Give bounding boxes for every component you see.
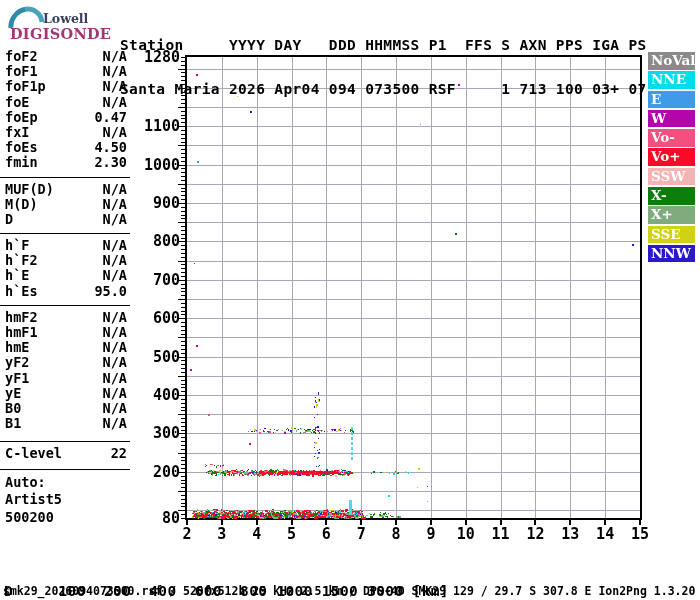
x-axis-label-11: 11 [486, 525, 516, 543]
legend-item-nne: NNE [648, 71, 695, 89]
y-axis-label-300: 300 [134, 425, 180, 441]
logo-brand-top: Lowell [43, 11, 88, 26]
param-row-fof1p: foF1pN/A [0, 79, 130, 94]
param-value: N/A [103, 371, 127, 386]
param-value: 95.0 [94, 284, 127, 299]
param-row-ye: yEN/A [0, 386, 130, 401]
footer-status-line: smk29_2026094073500.rsf / 520fx512h 25 k… [3, 584, 695, 598]
param-value: N/A [103, 49, 127, 64]
panel-divider [0, 305, 130, 306]
param-row-hmf2: hmF2N/A [0, 310, 130, 325]
param-row-foep: foEp0.47 [0, 110, 130, 125]
param-label: h`F2 [5, 253, 38, 268]
param-label: hmE [5, 340, 29, 355]
x-axis-label-7: 7 [346, 525, 376, 543]
param-label: h`F [5, 238, 29, 253]
y-axis-label-1100: 1100 [134, 118, 180, 134]
legend-item-nnw: NNW [648, 245, 695, 263]
param-value: N/A [103, 197, 127, 212]
param-value: N/A [103, 325, 127, 340]
x-axis-label-8: 8 [381, 525, 411, 543]
y-axis-label-900: 900 [134, 195, 180, 211]
panel-divider [0, 233, 130, 234]
x-axis-label-5: 5 [277, 525, 307, 543]
param-row-b0: B0N/A [0, 401, 130, 416]
param-label: fmin [5, 155, 38, 170]
param-row-yf2: yF2N/A [0, 355, 130, 370]
param-label: D [5, 212, 13, 227]
x-axis-label-3: 3 [207, 525, 237, 543]
legend-item-w: W [648, 110, 695, 128]
panel-divider [0, 441, 130, 442]
param-row-md: M(D)N/A [0, 197, 130, 212]
param-value: N/A [103, 355, 127, 370]
param-value: N/A [103, 182, 127, 197]
legend-item-vo: Vo- [648, 129, 695, 147]
y-axis-label-1280: 1280 [134, 49, 180, 65]
param-row-fmin: fmin2.30 [0, 155, 130, 170]
param-value: N/A [103, 268, 127, 283]
param-label: foE [5, 95, 29, 110]
logo-brand-bottom: DIGISONDE [10, 25, 111, 42]
param-label: foF1p [5, 79, 46, 94]
autoscaling-line: Auto: [0, 474, 130, 492]
param-label: foEs [5, 140, 38, 155]
param-value: N/A [103, 212, 127, 227]
param-row-fof2: foF2N/A [0, 49, 130, 64]
param-value: N/A [103, 253, 127, 268]
y-axis-label-500: 500 [134, 349, 180, 365]
x-axis-label-15: 15 [625, 525, 655, 543]
autoscaling-line: 500200 [0, 509, 130, 527]
legend-item-vo: Vo+ [648, 148, 695, 166]
header-station-values: Santa Maria 2026 Apr04 094 073500 RSF 1 … [120, 82, 647, 97]
param-value: N/A [103, 64, 127, 79]
panel-divider [0, 469, 130, 470]
param-label: foF1 [5, 64, 38, 79]
x-axis-label-12: 12 [520, 525, 550, 543]
param-label: M(D) [5, 197, 38, 212]
x-axis-label-9: 9 [416, 525, 446, 543]
param-value: N/A [103, 401, 127, 416]
param-row-hes: h`Es95.0 [0, 284, 130, 299]
param-row-hf2: h`F2N/A [0, 253, 130, 268]
header-column-titles: Station YYYY DAY DDD HHMMSS P1 FFS S AXN… [120, 38, 647, 53]
param-label: B0 [5, 401, 21, 416]
y-axis-label-400: 400 [134, 387, 180, 403]
y-axis-label-80: 80 [134, 510, 180, 526]
param-value: N/A [103, 95, 127, 110]
param-label: MUF(D) [5, 182, 54, 197]
param-label: h`Es [5, 284, 38, 299]
param-value: N/A [103, 386, 127, 401]
param-label: foEp [5, 110, 38, 125]
panel-divider [0, 177, 130, 178]
param-row-foe: foEN/A [0, 95, 130, 110]
legend-item-x: X+ [648, 206, 695, 224]
param-value: N/A [103, 125, 127, 140]
x-axis-label-6: 6 [311, 525, 341, 543]
param-row-hf: h`FN/A [0, 238, 130, 253]
param-value: N/A [103, 340, 127, 355]
legend-item-e: E [648, 91, 695, 109]
y-axis-label-600: 600 [134, 310, 180, 326]
param-label: fxI [5, 125, 29, 140]
param-label: foF2 [5, 49, 38, 64]
legend-item-noval: NoVal [648, 52, 695, 70]
param-value: 4.50 [94, 140, 127, 155]
x-axis-label-2: 2 [172, 525, 202, 543]
param-panel: foF2N/AfoF1N/AfoF1pN/AfoEN/AfoEp0.47fxIN… [0, 49, 130, 526]
x-axis-label-14: 14 [590, 525, 620, 543]
x-axis-label-13: 13 [555, 525, 585, 543]
param-value: 0.47 [94, 110, 127, 125]
param-value: N/A [103, 310, 127, 325]
digisonde-ionogram-window: Lowell DIGISONDE Station YYYY DAY DDD HH… [0, 0, 700, 600]
autoscaling-line: Artist5 [0, 491, 130, 509]
lowell-digisonde-logo: Lowell DIGISONDE [6, 4, 118, 46]
param-label: hmF1 [5, 325, 38, 340]
legend-item-sse: SSE [648, 226, 695, 244]
param-label: hmF2 [5, 310, 38, 325]
param-row-fxi: fxIN/A [0, 125, 130, 140]
param-row-fof1: foF1N/A [0, 64, 130, 79]
param-row-mufd: MUF(D)N/A [0, 182, 130, 197]
param-row-hme: hmEN/A [0, 340, 130, 355]
param-value: 22 [111, 446, 127, 461]
